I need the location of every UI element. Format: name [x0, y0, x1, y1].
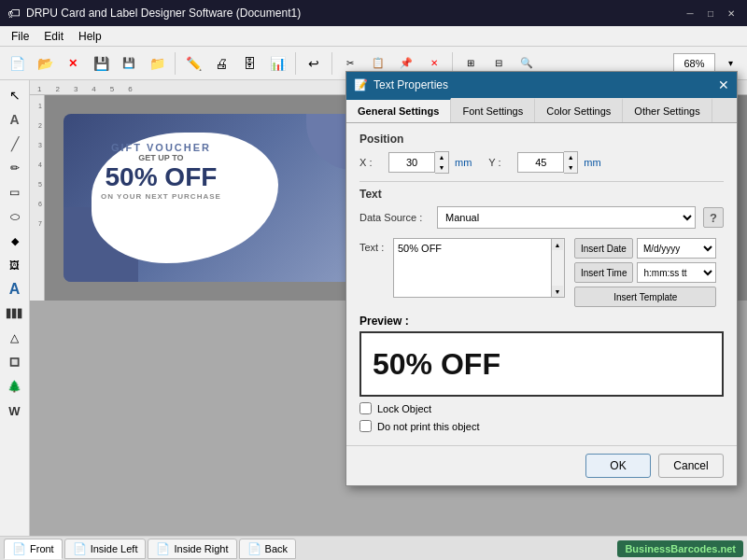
card-text-block: GIFT VOUCHER GET UP TO 50% OFF ON YOUR N… [101, 142, 221, 201]
y-spin-down[interactable]: ▼ [564, 162, 577, 173]
minimize-button[interactable]: ─ [682, 5, 698, 21]
db2-button[interactable]: 📊 [264, 50, 290, 77]
dialog-close-button[interactable]: ✕ [718, 77, 729, 92]
time-format-select[interactable]: h:mm:ss tt HH:mm:ss h:mm tt [637, 262, 716, 283]
tab-inside-right[interactable]: 📄 Inside Right [148, 539, 236, 559]
biz-logo: BusinessBarcodes.net [617, 540, 743, 557]
insert-template-row: Insert Template [574, 287, 716, 307]
text-scroll: ▲ ▼ [552, 238, 565, 298]
tree-tool[interactable]: 🌲 [4, 375, 26, 398]
dialog-title-icon: 📝 [354, 78, 368, 91]
scroll-up[interactable]: ▲ [552, 239, 563, 250]
tab-font-settings[interactable]: Font Settings [451, 98, 535, 122]
save-as-button[interactable]: 💾 [116, 50, 142, 77]
shape-tool[interactable]: △ [4, 327, 26, 349]
barcode2-tool[interactable]: 🔲 [4, 351, 26, 373]
cancel-button[interactable]: Cancel [658, 454, 724, 478]
y-unit: mm [584, 157, 600, 168]
tab-inside-left[interactable]: 📄 Inside Left [64, 539, 147, 559]
datasource-select[interactable]: Manual Database Sequential [437, 206, 696, 229]
edit-button[interactable]: ✏️ [180, 50, 206, 77]
browse-button[interactable]: 📁 [144, 50, 170, 77]
lock-object-checkbox[interactable] [359, 402, 372, 414]
menu-edit[interactable]: Edit [36, 28, 71, 45]
close-file-button[interactable]: ✕ [60, 50, 86, 77]
bottom-tabs: 📄 Front 📄 Inside Left 📄 Inside Right 📄 B… [0, 536, 747, 560]
tab-back[interactable]: 📄 Back [239, 539, 296, 559]
w-tool[interactable]: W [4, 399, 26, 422]
tab-front-icon: 📄 [12, 542, 26, 555]
save-button[interactable]: 💾 [88, 50, 114, 77]
tab-inside-right-label: Inside Right [174, 543, 228, 554]
help-button[interactable]: ? [703, 207, 724, 228]
print-button[interactable]: 🖨 [208, 50, 234, 77]
tab-inside-left-icon: 📄 [73, 542, 87, 555]
open-button[interactable]: 📂 [32, 50, 58, 77]
barcode-tool[interactable]: ▋▋▋ [4, 302, 26, 325]
dialog-title: Text Properties [374, 78, 448, 91]
biz-tld: .net [717, 543, 736, 554]
text-tool[interactable]: A [4, 108, 26, 131]
insert-time-button[interactable]: Insert Time [574, 262, 633, 283]
tab-color-settings[interactable]: Color Settings [535, 98, 623, 122]
dialog-body: Position X : 30 ▲ ▼ mm Y : 45 ▲ ▼ [346, 123, 737, 445]
separator-2 [295, 52, 296, 75]
pencil-tool[interactable]: ✏ [4, 157, 26, 179]
x-label: X : [359, 157, 383, 168]
menu-help[interactable]: Help [71, 28, 109, 45]
tab-front[interactable]: 📄 Front [4, 539, 63, 559]
tab-other-settings[interactable]: Other Settings [623, 98, 712, 122]
ok-button[interactable]: OK [585, 454, 651, 478]
separator-1 [175, 52, 176, 75]
image-tool[interactable]: 🖼 [4, 254, 26, 276]
tab-inside-left-label: Inside Left [91, 543, 138, 554]
text-textarea[interactable]: 50% OFF [393, 238, 552, 298]
datasource-label: Data Source : [359, 212, 430, 223]
scroll-down[interactable]: ▼ [552, 286, 563, 297]
insert-date-button[interactable]: Insert Date [574, 238, 633, 259]
y-input[interactable]: 45 [517, 152, 564, 173]
no-print-checkbox[interactable] [359, 420, 372, 432]
dialog-footer: OK Cancel [346, 445, 737, 485]
new-button[interactable]: 📄 [4, 50, 30, 77]
close-button[interactable]: ✕ [723, 5, 740, 21]
bigA-tool[interactable]: A [4, 278, 26, 301]
line-tool[interactable]: ╱ [4, 133, 26, 155]
db-button[interactable]: 🗄 [236, 50, 262, 77]
undo-button[interactable]: ↩ [301, 50, 327, 77]
x-spin-down[interactable]: ▼ [435, 162, 448, 173]
toolbox: ↖ A ╱ ✏ ▭ ⬭ ◆ 🖼 A ▋▋▋ △ 🔲 🌲 W [0, 80, 30, 536]
ellipse-tool[interactable]: ⬭ [4, 205, 26, 228]
select-tool[interactable]: ↖ [4, 84, 26, 106]
titlebar: 🏷 DRPU Card and Label Designer Software … [0, 0, 747, 26]
y-spin-buttons: ▲ ▼ [564, 151, 578, 174]
tab-general-settings[interactable]: General Settings [346, 98, 451, 122]
card-title: GIFT VOUCHER [101, 142, 221, 153]
fill-tool[interactable]: ◆ [4, 230, 26, 252]
datasource-row: Data Source : Manual Database Sequential… [359, 206, 724, 229]
text-properties-dialog: 📝 Text Properties ✕ General Settings Fon… [345, 71, 738, 486]
dialog-titlebar: 📝 Text Properties ✕ [346, 72, 737, 98]
position-section-label: Position [359, 133, 724, 146]
maximize-button[interactable]: □ [702, 5, 719, 21]
x-unit: mm [455, 157, 472, 168]
insert-template-button[interactable]: Insert Template [574, 287, 716, 307]
card-subtitle: GET UP TO [101, 153, 221, 162]
y-spin-up[interactable]: ▲ [564, 152, 577, 162]
menu-file[interactable]: File [4, 28, 36, 45]
title-left: 🏷 DRPU Card and Label Designer Software … [7, 6, 301, 21]
app-icon: 🏷 [7, 6, 21, 21]
preview-box: 50% OFF [359, 331, 724, 397]
x-input[interactable]: 30 [388, 152, 435, 173]
biz-name: BusinessBarcodes [625, 543, 717, 554]
date-format-select[interactable]: M/d/yyyy MM/dd/yyyy d/M/yyyy yyyy-MM-dd [637, 238, 716, 259]
insert-time-row: Insert Time h:mm:ss tt HH:mm:ss h:mm tt [574, 262, 716, 283]
rect-tool[interactable]: ▭ [4, 181, 26, 203]
card-main-text: 50% OFF [101, 162, 221, 192]
text-area-row: Text : 50% OFF ▲ ▼ Insert Date M/d/yyyy … [359, 238, 724, 307]
x-spin-up[interactable]: ▲ [435, 152, 448, 162]
card-canvas[interactable]: GIFT VOUCHER GET UP TO 50% OFF ON YOUR N… [63, 114, 362, 282]
text-section-label: Text [359, 188, 724, 201]
insert-buttons: Insert Date M/d/yyyy MM/dd/yyyy d/M/yyyy… [574, 238, 716, 307]
title-controls[interactable]: ─ □ ✕ [682, 5, 740, 21]
